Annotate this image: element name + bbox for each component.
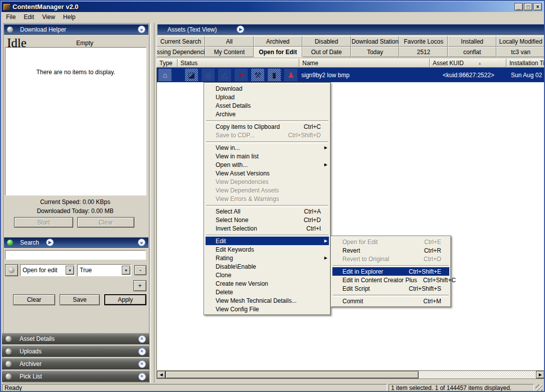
filter-tab[interactable]: Open for Edit <box>254 47 302 57</box>
context-menu-item[interactable]: ▶ <box>206 203 328 207</box>
filter-tab[interactable]: 2512 <box>399 47 448 57</box>
context-menu-item[interactable]: Download ▶ <box>206 84 329 93</box>
submenu-item[interactable]: ▶ <box>333 263 449 267</box>
filter-tab[interactable]: Current Search <box>156 36 205 47</box>
search-apply-button[interactable]: Apply <box>104 294 146 305</box>
submenu-item[interactable]: Revert to Original Ctrl+O ▶ <box>332 255 449 263</box>
context-menu-item[interactable]: Disable\Enable ▶ <box>206 262 329 271</box>
context-menu-item[interactable]: Edit ▶ <box>206 237 329 245</box>
context-menu-item[interactable]: ▶ <box>206 139 328 143</box>
filter-tab[interactable]: Archived <box>254 36 302 47</box>
submenu-item[interactable]: Revert Ctrl+R ▶ <box>332 246 449 255</box>
column-header-name[interactable]: Name <box>299 59 430 68</box>
submenu-item[interactable]: Commit Ctrl+M ▶ <box>332 297 449 305</box>
expand-chevron-icon[interactable]: » <box>138 348 146 355</box>
expand-chevron-icon[interactable]: » <box>138 335 146 343</box>
context-menu-item[interactable]: Open with... ▶ <box>206 160 329 169</box>
context-menu-item[interactable]: View Dependent Assets ▶ <box>206 186 329 194</box>
filter-tab[interactable]: tc3 van <box>496 47 545 57</box>
context-menu-item[interactable]: View Config File ▶ <box>206 305 329 313</box>
column-header-type[interactable]: Type <box>156 59 177 68</box>
filter-tab[interactable]: Favorite Locos <box>399 36 448 47</box>
collapsed-panel-header[interactable]: Uploads » <box>2 345 149 357</box>
context-menu-item[interactable]: Upload ▶ <box>206 93 329 101</box>
collapse-chevron-icon[interactable]: » <box>138 26 145 33</box>
context-menu-item[interactable]: View Asset Versions ▶ <box>206 169 329 177</box>
menubar-item[interactable]: Edit <box>20 13 38 22</box>
filter-tab[interactable]: All <box>205 36 254 47</box>
filter-tab[interactable]: Missing Dependencies <box>156 47 205 57</box>
context-menu-item[interactable]: Archive ▶ <box>206 110 329 118</box>
submenu-item[interactable]: Open for Edit Ctrl+E ▶ <box>332 238 449 246</box>
filter-tab[interactable]: Disabled <box>302 36 351 47</box>
collapse-chevron-icon[interactable]: » <box>138 239 145 246</box>
collapsed-panel-header[interactable]: Asset Details » <box>2 333 149 344</box>
context-menu-item[interactable]: Create new Version ▶ <box>206 279 329 288</box>
run-search-icon[interactable]: ▶ <box>46 239 54 246</box>
context-menu-item[interactable]: Rating ▶ <box>206 254 329 262</box>
dropdown-arrow-icon[interactable]: ▼ <box>122 266 130 275</box>
download-list[interactable]: There are no items to display. <box>5 47 146 195</box>
add-filter-button[interactable]: + <box>133 280 146 291</box>
submenu-item[interactable]: Edit in Content Creator Plus Ctrl+Shift+… <box>332 276 449 284</box>
assets-play-icon[interactable]: ▶ <box>237 26 244 33</box>
column-header-installation-time[interactable]: Installation Time <box>506 59 545 68</box>
context-menu-item[interactable]: ▶ <box>206 233 328 237</box>
column-header-status[interactable]: Status <box>177 59 299 68</box>
remove-filter-button[interactable]: - <box>134 265 146 275</box>
context-menu-item[interactable]: ▶ <box>206 118 328 122</box>
horizontal-scrollbar[interactable]: ◀ ▶ <box>156 370 545 379</box>
context-menu-item[interactable]: Edit Keywords ▶ <box>206 245 329 254</box>
collapsed-panel-header[interactable]: Pick List » <box>2 370 149 382</box>
context-menu-item[interactable]: Copy items to Clipboard Ctrl+C ▶ <box>206 122 329 131</box>
filter-tab[interactable]: My Content <box>205 47 254 57</box>
scroll-left-icon[interactable]: ◀ <box>157 371 165 378</box>
context-menu-item[interactable]: Delete ▶ <box>206 288 329 296</box>
search-save-button[interactable]: Save <box>60 294 100 305</box>
submenu-item[interactable]: Edit in Explorer Ctrl+Shift+E ▶ <box>332 267 449 276</box>
resize-grip[interactable] <box>535 384 542 391</box>
filter-tab[interactable]: Installed <box>448 36 496 47</box>
context-menu-item[interactable]: Select None Ctrl+D ▶ <box>206 216 329 224</box>
column-header-kuid[interactable]: Asset KUID ▲ <box>430 59 506 68</box>
context-menu-item[interactable]: Asset Details ▶ <box>206 101 329 110</box>
collapsed-panel-header[interactable]: Archiver » <box>2 358 149 369</box>
filter-toggle-button[interactable] <box>5 264 18 276</box>
dropdown-arrow-icon[interactable]: ▼ <box>66 266 74 275</box>
context-menu-item[interactable]: Clone ▶ <box>206 271 329 279</box>
start-button[interactable]: Start <box>14 217 73 228</box>
scrollbar-track[interactable] <box>419 371 536 378</box>
minimize-button[interactable]: _ <box>514 3 523 11</box>
context-menu-item[interactable]: View in main list ▶ <box>206 152 329 160</box>
filter-tab[interactable]: Locally Modified <box>496 36 545 47</box>
scrollbar-thumb[interactable] <box>165 371 419 378</box>
maximize-button[interactable]: □ <box>524 3 532 11</box>
search-input[interactable] <box>5 250 146 260</box>
context-menu-item[interactable]: View in... ▶ <box>206 143 329 152</box>
filter-tab[interactable]: Out of Date <box>302 47 351 57</box>
panel-splitter[interactable] <box>150 23 154 383</box>
context-menu-item[interactable]: View Errors & Warnings ▶ <box>206 194 329 203</box>
close-button[interactable]: × <box>533 3 542 11</box>
download-helper-header[interactable]: Download Helper » <box>4 24 148 35</box>
download-clear-button[interactable]: Clear <box>77 217 134 228</box>
context-menu-item[interactable]: View Mesh Technical Details... ▶ <box>206 296 329 305</box>
menubar-item[interactable]: File <box>2 13 20 22</box>
context-menu-item[interactable]: View Dependencies ▶ <box>206 177 329 186</box>
scroll-right-icon[interactable]: ▶ <box>536 371 544 378</box>
context-menu-item[interactable]: Invert Selection Ctrl+I ▶ <box>206 224 329 233</box>
search-header[interactable]: Search ▶ » <box>4 237 148 248</box>
menubar-item[interactable]: Help <box>59 13 80 22</box>
menubar-item[interactable]: View <box>38 13 59 22</box>
context-menu-item[interactable]: Select All Ctrl+A ▶ <box>206 207 329 216</box>
table-row[interactable]: ⌂ ◪ ◎ △ ♥ ⚒ ▮ ♟ sign9by2 low bm <box>157 68 544 82</box>
filter-tab[interactable]: Today <box>351 47 400 57</box>
context-menu-item[interactable]: Save to CDP... Ctrl+Shift+D ▶ <box>206 131 329 139</box>
filter-value-select[interactable]: True ▼ <box>77 264 131 276</box>
filter-tab[interactable]: conflat <box>448 47 496 57</box>
expand-chevron-icon[interactable]: » <box>138 373 146 380</box>
expand-chevron-icon[interactable]: » <box>138 360 146 368</box>
filter-field-select[interactable]: Open for edit ▼ <box>20 264 75 276</box>
submenu-item[interactable]: Edit Script Ctrl+Shift+S ▶ <box>332 284 449 293</box>
filter-tab[interactable]: Download Station <box>351 36 400 47</box>
